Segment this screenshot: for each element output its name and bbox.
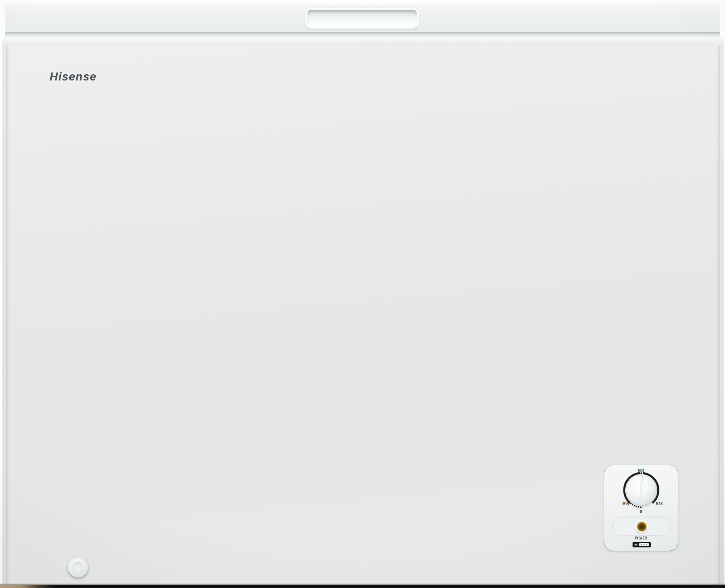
led-mark-icon: ✳ (643, 544, 645, 546)
freezer-lid (5, 2, 720, 32)
power-light-recess (612, 517, 670, 536)
power-light (637, 522, 647, 531)
cabinet-top-rim (2, 37, 724, 46)
led-pill: ✳ ✳ ✳ (639, 543, 649, 546)
dial-label-min: MIN (622, 502, 629, 506)
mid-index-dot (641, 472, 642, 474)
power-indicator-badge: ✳ ✳ ✳ ✳ (633, 542, 651, 547)
led-mark-icon: ✳ (641, 544, 642, 546)
lid-body-seam (5, 32, 720, 37)
cabinet-front-panel: Hisense (6, 46, 720, 585)
snowflake-icon: ✳ (634, 542, 638, 547)
dial-label-max: MAX (656, 502, 663, 506)
drain-cap[interactable] (68, 557, 88, 577)
power-light-bezel (635, 520, 648, 533)
freezer-cabinet: Hisense (2, 37, 724, 585)
dial-label-zero: 0 (640, 510, 642, 514)
lid-handle[interactable] (305, 8, 419, 29)
chest-freezer-photo: Hisense (0, 0, 725, 588)
led-mark-icon: ✳ (646, 544, 647, 546)
dial-label-mid: MID (638, 469, 644, 473)
floor-shadow (0, 585, 725, 588)
handle-recess (307, 10, 417, 26)
zero-index-dot (640, 506, 641, 508)
thermostat-dial: MID MIN MAX 0 (610, 466, 672, 515)
power-label: POWER (611, 536, 671, 540)
brand-logo: Hisense (50, 71, 96, 82)
control-panel: MID MIN MAX 0 POWER ✳ (604, 465, 678, 551)
drain-cap-inner-ring (72, 562, 83, 573)
